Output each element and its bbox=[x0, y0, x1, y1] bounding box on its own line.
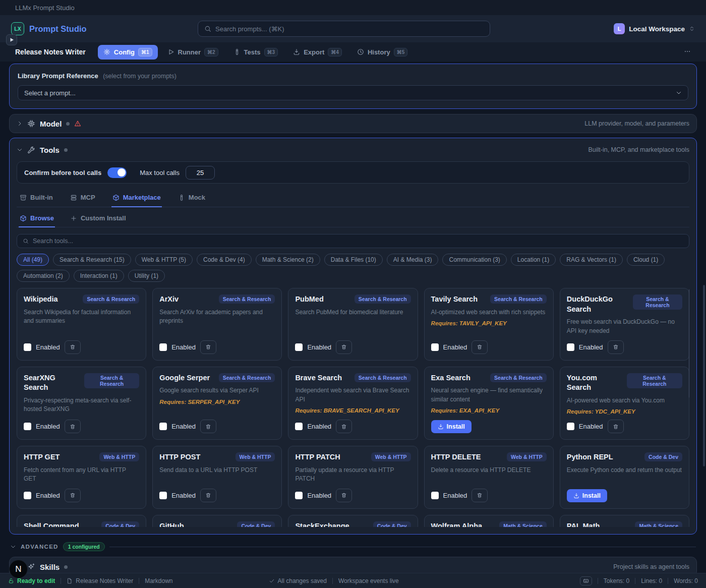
tool-card-footer: Enabled bbox=[431, 335, 547, 354]
more-options-button[interactable] bbox=[684, 48, 691, 56]
enabled-checkbox[interactable] bbox=[24, 423, 31, 430]
filter-chip-communication-3[interactable]: Communication (3) bbox=[442, 254, 506, 266]
filter-chip-interaction-1[interactable]: Interaction (1) bbox=[74, 270, 124, 282]
tool-card-http-post: HTTP POSTWeb & HTTPSend data to a URL vi… bbox=[152, 446, 282, 508]
subtab-browse[interactable]: Browse bbox=[19, 210, 55, 227]
category-badge: Code & Dev bbox=[101, 521, 139, 527]
tab-tests[interactable]: Tests⌘3 bbox=[228, 45, 284, 60]
category-badge: Code & Dev bbox=[644, 452, 682, 461]
page-scrollbar-thumb[interactable] bbox=[703, 285, 705, 466]
subtab-label: Browse bbox=[30, 214, 54, 222]
tools-section-header[interactable]: Tools Built-in, MCP, and marketplace too… bbox=[10, 138, 696, 161]
enabled-checkbox[interactable] bbox=[295, 423, 303, 430]
enabled-checkbox[interactable] bbox=[159, 343, 167, 351]
delete-tool-button[interactable] bbox=[472, 489, 488, 502]
category-badge: Web & HTTP bbox=[99, 452, 139, 461]
delete-tool-button[interactable] bbox=[336, 340, 352, 354]
tool-card-arxiv: ArXivSearch & ResearchSearch ArXiv for a… bbox=[152, 288, 282, 361]
trash-icon bbox=[205, 344, 211, 350]
notification-fab[interactable]: N bbox=[9, 560, 28, 578]
delete-tool-button[interactable] bbox=[200, 420, 216, 433]
tool-card-http-get: HTTP GETWeb & HTTPFetch content from any… bbox=[17, 446, 146, 508]
tokens-count: Tokens: 0 bbox=[604, 577, 629, 584]
filter-chip-automation-2[interactable]: Automation (2) bbox=[17, 270, 70, 282]
delete-tool-button[interactable] bbox=[65, 489, 81, 502]
prompt-search-input[interactable] bbox=[215, 25, 484, 33]
tool-search-input[interactable] bbox=[33, 238, 683, 245]
tab-shortcut: ⌘3 bbox=[264, 48, 278, 56]
delete-tool-button[interactable] bbox=[200, 489, 216, 502]
delete-tool-button[interactable] bbox=[65, 420, 81, 433]
testtube-icon bbox=[233, 48, 241, 55]
run-fab-button[interactable] bbox=[6, 34, 17, 45]
package-icon bbox=[112, 194, 120, 201]
filter-chip-all-49[interactable]: All (49) bbox=[17, 254, 49, 266]
tool-card-header: Python REPLCode & Dev bbox=[567, 452, 682, 462]
prompt-select[interactable]: Select a prompt... bbox=[18, 85, 688, 100]
filter-chip-web-http-5[interactable]: Web & HTTP (5) bbox=[135, 254, 193, 266]
category-badge: Code & Dev bbox=[237, 521, 275, 527]
filter-chip-utility-1[interactable]: Utility (1) bbox=[128, 270, 165, 282]
tool-tab-marketplace[interactable]: Marketplace bbox=[111, 190, 162, 207]
delete-tool-button[interactable] bbox=[472, 340, 488, 354]
enabled-checkbox[interactable] bbox=[431, 343, 439, 351]
delete-tool-button[interactable] bbox=[608, 420, 624, 433]
advanced-divider[interactable]: ADVANCED 1 configured bbox=[10, 542, 696, 551]
confirm-toggle[interactable] bbox=[107, 167, 127, 178]
delete-tool-button[interactable] bbox=[336, 489, 352, 502]
enabled-checkbox[interactable] bbox=[24, 492, 31, 499]
tool-card-header: StackExchangeCode & Dev bbox=[295, 521, 410, 527]
filter-chip-location-1[interactable]: Location (1) bbox=[511, 254, 556, 266]
separator bbox=[668, 578, 668, 584]
chevron-right-icon bbox=[17, 121, 23, 127]
tool-requires: Requires: YDC_API_KEY bbox=[567, 408, 682, 415]
enabled-checkbox[interactable] bbox=[159, 492, 167, 499]
tool-card-footer: Enabled bbox=[159, 415, 275, 433]
tool-tab-mcp[interactable]: MCP bbox=[69, 190, 96, 207]
grid-scrollbar-thumb[interactable] bbox=[689, 289, 689, 398]
max-tool-calls-input[interactable] bbox=[186, 166, 215, 180]
enabled-checkbox[interactable] bbox=[24, 343, 31, 351]
app-header: LX Prompt Studio L Local Workspace bbox=[0, 15, 706, 42]
filter-chip-cloud-1[interactable]: Cloud (1) bbox=[627, 254, 665, 266]
filter-chip-math-science-2[interactable]: Math & Science (2) bbox=[256, 254, 320, 266]
enabled-checkbox[interactable] bbox=[295, 492, 303, 499]
tool-card-header: HTTP GETWeb & HTTP bbox=[24, 452, 139, 462]
tool-tab-built-in[interactable]: Built-in bbox=[19, 190, 54, 207]
model-section-header[interactable]: Model LLM provider, model, and parameter… bbox=[9, 114, 697, 133]
tool-tab-mock[interactable]: Mock bbox=[177, 190, 206, 207]
filter-chip-data-files-10[interactable]: Data & Files (10) bbox=[324, 254, 383, 266]
delete-tool-button[interactable] bbox=[336, 420, 352, 433]
tab-shortcut: ⌘1 bbox=[138, 48, 152, 56]
workspace-switcher[interactable]: L Local Workspace bbox=[614, 23, 695, 34]
keyboard-icon bbox=[583, 578, 589, 584]
install-button[interactable]: Install bbox=[431, 420, 472, 433]
tab-history[interactable]: History⌘5 bbox=[351, 45, 413, 60]
tab-config[interactable]: Config⌘1 bbox=[98, 45, 158, 60]
enabled-checkbox[interactable] bbox=[431, 492, 439, 499]
filter-chip-ai-media-3[interactable]: AI & Media (3) bbox=[387, 254, 439, 266]
prompt-search[interactable] bbox=[198, 21, 490, 37]
delete-tool-button[interactable] bbox=[200, 340, 216, 354]
document-tabbar: Release Notes Writer Config⌘1Runner⌘2Tes… bbox=[0, 42, 706, 62]
tool-card-pubmed: PubMedSearch & ResearchSearch PubMed for… bbox=[288, 288, 418, 361]
document-status: Release Notes Writer bbox=[67, 577, 133, 584]
delete-tool-button[interactable] bbox=[65, 340, 81, 354]
enabled-checkbox[interactable] bbox=[295, 343, 303, 351]
filter-chip-rag-vectors-1[interactable]: RAG & Vectors (1) bbox=[560, 254, 623, 266]
install-button[interactable]: Install bbox=[567, 489, 607, 502]
tool-search[interactable] bbox=[17, 234, 689, 248]
tool-title: HTTP DELETE bbox=[431, 452, 481, 462]
keyboard-shortcuts-button[interactable] bbox=[580, 576, 592, 585]
filter-chip-search-research-15[interactable]: Search & Research (15) bbox=[53, 254, 131, 266]
tab-runner[interactable]: Runner⌘2 bbox=[162, 45, 224, 60]
enabled-checkbox[interactable] bbox=[567, 343, 574, 351]
subtab-custom-install[interactable]: Custom Install bbox=[69, 210, 127, 227]
filter-chip-code-dev-4[interactable]: Code & Dev (4) bbox=[197, 254, 252, 266]
delete-tool-button[interactable] bbox=[608, 340, 624, 354]
enabled-checkbox[interactable] bbox=[159, 423, 167, 430]
tool-description: AI-optimized web search with rich snippe… bbox=[431, 308, 547, 317]
enabled-checkbox[interactable] bbox=[567, 423, 574, 430]
tab-export[interactable]: Export⌘4 bbox=[287, 45, 347, 60]
tool-tab-label: MCP bbox=[81, 194, 95, 201]
